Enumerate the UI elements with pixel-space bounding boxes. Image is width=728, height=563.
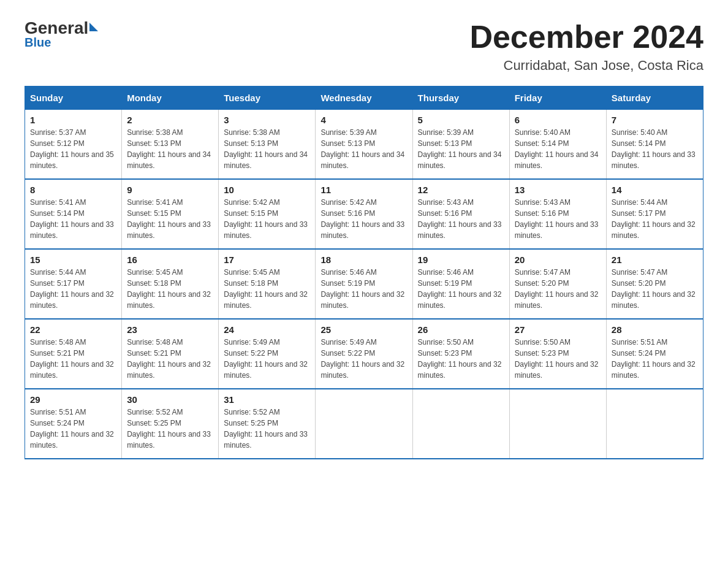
day-info: Sunrise: 5:42 AM Sunset: 5:15 PM Dayligh… — [224, 197, 310, 241]
calendar-cell: 9 Sunrise: 5:41 AM Sunset: 5:15 PM Dayli… — [122, 179, 219, 249]
day-number: 14 — [612, 185, 698, 195]
calendar-cell: 30 Sunrise: 5:52 AM Sunset: 5:25 PM Dayl… — [122, 389, 219, 459]
calendar-cell: 19 Sunrise: 5:46 AM Sunset: 5:19 PM Dayl… — [412, 249, 509, 319]
calendar-cell — [509, 389, 606, 459]
day-info: Sunrise: 5:46 AM Sunset: 5:19 PM Dayligh… — [320, 267, 407, 311]
column-header-tuesday: Tuesday — [219, 86, 316, 110]
calendar-cell — [316, 389, 412, 459]
day-number: 5 — [418, 115, 504, 125]
day-info: Sunrise: 5:43 AM Sunset: 5:16 PM Dayligh… — [515, 197, 601, 241]
calendar-cell: 13 Sunrise: 5:43 AM Sunset: 5:16 PM Dayl… — [509, 179, 606, 249]
day-number: 28 — [612, 324, 698, 335]
day-info: Sunrise: 5:50 AM Sunset: 5:23 PM Dayligh… — [418, 337, 504, 381]
day-info: Sunrise: 5:52 AM Sunset: 5:25 PM Dayligh… — [127, 407, 213, 451]
day-info: Sunrise: 5:45 AM Sunset: 5:18 PM Dayligh… — [127, 267, 213, 311]
day-info: Sunrise: 5:44 AM Sunset: 5:17 PM Dayligh… — [612, 197, 698, 241]
day-number: 15 — [30, 255, 116, 265]
column-header-thursday: Thursday — [412, 86, 509, 110]
day-info: Sunrise: 5:47 AM Sunset: 5:20 PM Dayligh… — [515, 267, 601, 311]
calendar-cell: 5 Sunrise: 5:39 AM Sunset: 5:13 PM Dayli… — [412, 110, 509, 180]
day-number: 13 — [515, 185, 601, 195]
logo-triangle-icon — [89, 23, 98, 31]
calendar-cell: 2 Sunrise: 5:38 AM Sunset: 5:13 PM Dayli… — [122, 110, 219, 180]
calendar-week-row: 1 Sunrise: 5:37 AM Sunset: 5:12 PM Dayli… — [25, 110, 703, 180]
day-info: Sunrise: 5:43 AM Sunset: 5:16 PM Dayligh… — [418, 197, 504, 241]
calendar-cell: 24 Sunrise: 5:49 AM Sunset: 5:22 PM Dayl… — [219, 319, 316, 389]
page-header: General Blue December 2024 Curridabat, S… — [25, 18, 703, 74]
logo: General Blue — [25, 18, 98, 50]
day-info: Sunrise: 5:38 AM Sunset: 5:13 PM Dayligh… — [224, 127, 310, 171]
column-header-sunday: Sunday — [25, 86, 122, 110]
day-number: 29 — [30, 394, 116, 405]
day-info: Sunrise: 5:41 AM Sunset: 5:14 PM Dayligh… — [30, 197, 116, 241]
day-info: Sunrise: 5:48 AM Sunset: 5:21 PM Dayligh… — [30, 337, 116, 381]
calendar-cell: 21 Sunrise: 5:47 AM Sunset: 5:20 PM Dayl… — [606, 249, 703, 319]
day-number: 1 — [30, 115, 116, 125]
day-number: 24 — [224, 324, 310, 335]
calendar-cell: 16 Sunrise: 5:45 AM Sunset: 5:18 PM Dayl… — [122, 249, 219, 319]
day-number: 4 — [320, 115, 407, 125]
day-number: 7 — [612, 115, 698, 125]
column-header-wednesday: Wednesday — [316, 86, 412, 110]
calendar-cell: 22 Sunrise: 5:48 AM Sunset: 5:21 PM Dayl… — [25, 319, 122, 389]
day-info: Sunrise: 5:39 AM Sunset: 5:13 PM Dayligh… — [418, 127, 504, 171]
calendar-header-row: SundayMondayTuesdayWednesdayThursdayFrid… — [25, 86, 703, 110]
day-info: Sunrise: 5:52 AM Sunset: 5:25 PM Dayligh… — [224, 407, 310, 451]
day-info: Sunrise: 5:42 AM Sunset: 5:16 PM Dayligh… — [320, 197, 407, 241]
day-info: Sunrise: 5:44 AM Sunset: 5:17 PM Dayligh… — [30, 267, 116, 311]
day-number: 12 — [418, 185, 504, 195]
calendar-cell: 3 Sunrise: 5:38 AM Sunset: 5:13 PM Dayli… — [219, 110, 316, 180]
day-number: 22 — [30, 324, 116, 335]
day-info: Sunrise: 5:37 AM Sunset: 5:12 PM Dayligh… — [30, 127, 116, 171]
calendar-title: December 2024 — [469, 18, 703, 55]
day-info: Sunrise: 5:50 AM Sunset: 5:23 PM Dayligh… — [515, 337, 601, 381]
day-info: Sunrise: 5:46 AM Sunset: 5:19 PM Dayligh… — [418, 267, 504, 311]
day-number: 30 — [127, 394, 213, 405]
calendar-cell: 23 Sunrise: 5:48 AM Sunset: 5:21 PM Dayl… — [122, 319, 219, 389]
day-info: Sunrise: 5:41 AM Sunset: 5:15 PM Dayligh… — [127, 197, 213, 241]
calendar-week-row: 15 Sunrise: 5:44 AM Sunset: 5:17 PM Dayl… — [25, 249, 703, 319]
day-number: 8 — [30, 185, 116, 195]
calendar-cell: 12 Sunrise: 5:43 AM Sunset: 5:16 PM Dayl… — [412, 179, 509, 249]
calendar-cell — [412, 389, 509, 459]
day-number: 23 — [127, 324, 213, 335]
day-info: Sunrise: 5:39 AM Sunset: 5:13 PM Dayligh… — [320, 127, 407, 171]
day-number: 31 — [224, 394, 310, 405]
day-info: Sunrise: 5:38 AM Sunset: 5:13 PM Dayligh… — [127, 127, 213, 171]
calendar-subtitle: Curridabat, San Jose, Costa Rica — [469, 58, 703, 74]
calendar-cell: 25 Sunrise: 5:49 AM Sunset: 5:22 PM Dayl… — [316, 319, 412, 389]
logo-blue-text: Blue — [25, 36, 51, 50]
calendar-cell: 8 Sunrise: 5:41 AM Sunset: 5:14 PM Dayli… — [25, 179, 122, 249]
title-area: December 2024 Curridabat, San Jose, Cost… — [469, 18, 703, 74]
day-info: Sunrise: 5:47 AM Sunset: 5:20 PM Dayligh… — [612, 267, 698, 311]
day-number: 26 — [418, 324, 504, 335]
day-info: Sunrise: 5:45 AM Sunset: 5:18 PM Dayligh… — [224, 267, 310, 311]
day-number: 27 — [515, 324, 601, 335]
day-number: 17 — [224, 255, 310, 265]
day-info: Sunrise: 5:51 AM Sunset: 5:24 PM Dayligh… — [612, 337, 698, 381]
day-number: 21 — [612, 255, 698, 265]
calendar-cell: 17 Sunrise: 5:45 AM Sunset: 5:18 PM Dayl… — [219, 249, 316, 319]
calendar-cell: 7 Sunrise: 5:40 AM Sunset: 5:14 PM Dayli… — [606, 110, 703, 180]
day-number: 9 — [127, 185, 213, 195]
day-number: 16 — [127, 255, 213, 265]
column-header-friday: Friday — [509, 86, 606, 110]
day-number: 20 — [515, 255, 601, 265]
calendar-cell: 26 Sunrise: 5:50 AM Sunset: 5:23 PM Dayl… — [412, 319, 509, 389]
calendar-table: SundayMondayTuesdayWednesdayThursdayFrid… — [25, 86, 703, 459]
calendar-cell: 27 Sunrise: 5:50 AM Sunset: 5:23 PM Dayl… — [509, 319, 606, 389]
day-number: 10 — [224, 185, 310, 195]
column-header-monday: Monday — [122, 86, 219, 110]
calendar-cell: 31 Sunrise: 5:52 AM Sunset: 5:25 PM Dayl… — [219, 389, 316, 459]
day-number: 19 — [418, 255, 504, 265]
calendar-cell: 1 Sunrise: 5:37 AM Sunset: 5:12 PM Dayli… — [25, 110, 122, 180]
calendar-week-row: 8 Sunrise: 5:41 AM Sunset: 5:14 PM Dayli… — [25, 179, 703, 249]
day-info: Sunrise: 5:49 AM Sunset: 5:22 PM Dayligh… — [224, 337, 310, 381]
day-number: 11 — [320, 185, 407, 195]
calendar-cell: 18 Sunrise: 5:46 AM Sunset: 5:19 PM Dayl… — [316, 249, 412, 319]
calendar-cell: 14 Sunrise: 5:44 AM Sunset: 5:17 PM Dayl… — [606, 179, 703, 249]
day-info: Sunrise: 5:49 AM Sunset: 5:22 PM Dayligh… — [320, 337, 407, 381]
day-number: 18 — [320, 255, 407, 265]
calendar-week-row: 22 Sunrise: 5:48 AM Sunset: 5:21 PM Dayl… — [25, 319, 703, 389]
day-number: 6 — [515, 115, 601, 125]
